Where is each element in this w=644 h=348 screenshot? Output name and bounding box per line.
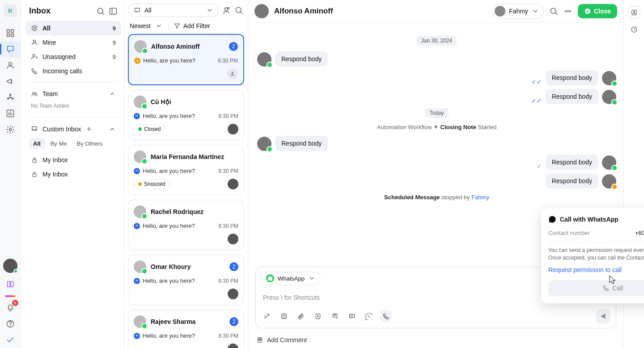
message-out: Respond body	[257, 173, 616, 189]
plus-icon[interactable]	[85, 126, 93, 133]
nav-all[interactable]: All 9	[25, 21, 121, 35]
saved-reply-button[interactable]	[329, 310, 341, 322]
close-button[interactable]: Close	[578, 4, 617, 18]
rail-broadcast[interactable]	[0, 73, 21, 89]
composer-channel-select[interactable]: WhatsApp	[261, 272, 320, 285]
template-button[interactable]	[346, 310, 358, 322]
pill-by-me[interactable]: By Me	[47, 138, 71, 149]
rail-org[interactable]	[0, 89, 21, 105]
rail-docs[interactable]	[0, 277, 21, 293]
workspace-logo[interactable]: R	[4, 4, 17, 17]
unassigned-avatar	[227, 68, 238, 79]
clock-icon	[631, 26, 638, 33]
agent-avatar	[495, 6, 505, 17]
read-ticks-icon: ✓✓	[531, 97, 542, 104]
contact-name: Rajeev Sharma	[151, 318, 225, 325]
svg-point-20	[228, 7, 229, 8]
chevron-up-icon	[109, 126, 116, 133]
pill-all[interactable]: All	[29, 138, 45, 149]
rail-analytics[interactable]	[0, 105, 21, 122]
note-icon	[256, 336, 263, 344]
message-direction-icon	[134, 278, 140, 284]
pill-by-others[interactable]: By Others	[72, 138, 106, 149]
rail-dashboard[interactable]	[0, 25, 21, 41]
help-icon	[6, 319, 15, 328]
contact-avatar	[134, 151, 146, 163]
rail-notifications[interactable]: 9	[0, 300, 21, 316]
add-comment-button[interactable]: Add Comment	[248, 332, 623, 348]
unread-badge: 2	[229, 262, 238, 271]
message-in: Respond body	[257, 136, 616, 151]
nav-incoming-calls[interactable]: Incoming calls	[25, 64, 121, 78]
svg-point-33	[318, 316, 319, 317]
agent-name: Fahmy	[509, 8, 528, 15]
call-action-button[interactable]: Call	[548, 280, 644, 296]
chevron-down-icon	[532, 8, 539, 15]
search-icon[interactable]	[96, 7, 105, 16]
bookmark-message-icon	[331, 313, 339, 320]
more-icon[interactable]	[564, 7, 572, 16]
message-direction-icon	[134, 168, 140, 174]
rail-help[interactable]	[0, 316, 21, 332]
call-button[interactable]	[380, 310, 392, 322]
rail-status[interactable]	[0, 332, 21, 348]
magic-wand-button[interactable]	[261, 310, 273, 322]
channel-filter[interactable]: All	[129, 4, 218, 17]
activity-button[interactable]	[628, 23, 640, 36]
rail-inbox[interactable]	[0, 41, 21, 57]
custom-inbox-item[interactable]: My Inbox	[25, 167, 121, 181]
call-action-label: Call	[612, 285, 623, 292]
add-filter-button[interactable]: Add Filter	[174, 22, 210, 29]
message-direction-icon	[134, 58, 140, 64]
collapse-panel-icon[interactable]	[109, 7, 118, 16]
snippet-button[interactable]	[312, 310, 324, 322]
section-team[interactable]: Team	[25, 86, 121, 102]
contact-avatar[interactable]	[254, 4, 269, 18]
whatsapp-badge-icon	[611, 165, 618, 171]
conversation-card[interactable]: Cù Hội Hello, are you here? 8:30 PM Clos…	[128, 90, 244, 140]
msg-bubble: Respond body	[546, 70, 598, 85]
last-message: Hello, are you here?	[143, 222, 216, 229]
custom-inbox-item[interactable]: My Inbox	[25, 153, 121, 167]
conversation-card[interactable]: Rachel Rodriquez Hello, are you here? 8:…	[128, 200, 244, 250]
whatsapp-button[interactable]	[363, 310, 375, 322]
check-icon	[6, 335, 15, 344]
search-icon[interactable]	[549, 7, 558, 16]
msg-bubble: Respond body	[275, 136, 328, 151]
msg-avatar	[602, 155, 616, 170]
chevron-up-icon	[109, 90, 116, 97]
svg-point-38	[633, 11, 635, 13]
svg-rect-12	[110, 8, 117, 14]
read-ticks-icon: ✓✓	[531, 78, 542, 85]
section-custom-inbox[interactable]: Custom Inbox	[25, 121, 121, 137]
conversation-card[interactable]: Omar Khoury 2 Hello, are you here? 8:30 …	[128, 255, 244, 305]
user-link[interactable]: Fahmy	[471, 194, 489, 201]
app-rail: R 9	[0, 0, 21, 348]
chevron-down-icon	[155, 22, 162, 29]
megaphone-icon	[6, 77, 15, 86]
assignee-avatar	[228, 124, 238, 134]
emoji-button[interactable]	[278, 310, 290, 322]
conversation-card[interactable]: Alfonso Aminoff 2 Hello, are you here? 8…	[128, 34, 244, 85]
attachment-button[interactable]	[295, 310, 307, 322]
request-permission-link[interactable]: Request permission to call	[548, 266, 622, 273]
rail-user-avatar[interactable]	[3, 259, 17, 273]
timestamp: 8:30 PM	[218, 278, 238, 284]
sort-select[interactable]: Newest	[130, 22, 169, 29]
contact-details-button[interactable]	[628, 6, 640, 19]
rail-settings[interactable]	[0, 122, 21, 138]
send-button[interactable]	[596, 309, 610, 323]
message-direction-icon	[134, 223, 140, 229]
conversation-card[interactable]: María Fernanda Martínez Hello, are you h…	[128, 145, 244, 195]
status-tag: Closed	[134, 124, 165, 134]
nav-unassigned[interactable]: Unassigned 9	[25, 50, 121, 64]
rail-contacts[interactable]	[0, 57, 21, 73]
assignee-select[interactable]: Fahmy	[492, 4, 544, 19]
nav-mine[interactable]: Mine 9	[25, 35, 121, 50]
search-icon[interactable]	[234, 6, 243, 15]
svg-point-16	[35, 92, 37, 94]
whatsapp-badge-icon	[141, 268, 148, 274]
conversation-card[interactable]: Rajeev Sharma 2 Hello, are you here? 8:3…	[128, 310, 244, 348]
assignee-filter-icon[interactable]	[222, 6, 231, 15]
status-tag: Snoozed	[134, 179, 169, 189]
